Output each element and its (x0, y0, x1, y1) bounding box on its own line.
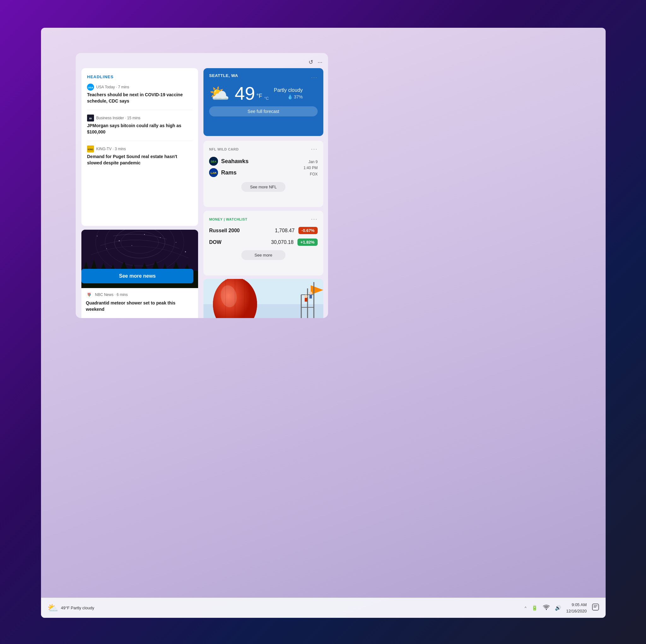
news-source-3: KING KING-TV · 3 mins (87, 146, 192, 153)
news-headline-1: Teachers should be next in COVID-19 vacc… (87, 92, 192, 104)
clock-time: 9:05 AM (566, 602, 587, 608)
divider-2 (87, 141, 192, 141)
see-full-forecast-button[interactable]: See full forecast (209, 106, 318, 116)
weather-location: SEATTLE, WA (209, 73, 238, 78)
weather-description-block: Partly cloudy 💧 37% (274, 87, 303, 99)
chevron-up-icon[interactable]: ^ (525, 606, 526, 610)
panel-controls: ↺ ··· (309, 59, 322, 66)
weather-header: SEATTLE, WA ··· (209, 73, 318, 82)
taskbar-desc: Partly cloudy (71, 606, 94, 610)
svg-rect-60 (309, 295, 312, 298)
divider-1 (87, 110, 192, 110)
stock-row-dow: DOW 30,070.18 +1.82% (209, 239, 318, 246)
weather-unit-c: °C (264, 96, 269, 101)
screen: ↺ ··· HEADLINES USA USA Today · 7 mins T… (41, 28, 606, 618)
weather-description: Partly cloudy (274, 87, 303, 93)
news-headline-3: Demand for Puget Sound real estate hasn'… (87, 154, 192, 166)
weather-humidity: 💧 37% (274, 94, 303, 99)
nfl-card: NFL WILD CARD ··· SEA Seahawks LAR (203, 141, 323, 207)
nfl-team-seahawks: SEA Seahawks (209, 157, 304, 166)
nfl-teams: SEA Seahawks LAR Rams (209, 157, 304, 180)
svg-rect-62 (305, 298, 307, 302)
red-image-card[interactable] (203, 279, 323, 318)
nfl-header: NFL WILD CARD ··· (209, 146, 318, 153)
svg-text:SEA: SEA (211, 160, 217, 163)
nfl-game-time: 1:40 PM (304, 165, 318, 171)
svg-text:USA: USA (88, 86, 93, 89)
svg-point-14 (131, 245, 132, 246)
news-item-1[interactable]: USA USA Today · 7 mins Teachers should b… (87, 84, 192, 104)
refresh-button[interactable]: ↺ (309, 59, 313, 66)
headlines-card: HEADLINES USA USA Today · 7 mins Teacher… (81, 68, 198, 226)
weather-temperature: 49 (235, 83, 255, 103)
see-more-news-button[interactable]: See more news (81, 269, 193, 283)
stock-price-dow: 30,070.18 (271, 240, 293, 245)
news-headline-2: JPMorgan says bitcoin could rally as hig… (87, 123, 192, 135)
see-more-money-button[interactable]: See more (241, 250, 286, 260)
stock-row-russell: Russell 2000 1,708.47 -0.67% (209, 227, 318, 234)
notification-icon[interactable] (592, 603, 599, 613)
nfl-game-row: SEA Seahawks LAR Rams Jan 9 1:40 PM FOX (209, 157, 318, 180)
news-item-2[interactable]: BI Business Insider · 15 mins JPMorgan s… (87, 114, 192, 135)
seahawks-name: Seahawks (221, 158, 248, 165)
money-header: MONEY | WATCHLIST ··· (209, 216, 318, 222)
rams-name: Rams (221, 169, 237, 176)
seahawks-logo: SEA (209, 157, 218, 166)
weather-main-row: ⛅ 49 °F °C Partly cloudy 💧 37% (209, 84, 318, 103)
source-name-2: Business Insider · 15 mins (96, 116, 140, 120)
source-name-1: USA Today · 7 mins (96, 85, 129, 89)
wifi-icon (543, 605, 550, 612)
nfl-team-rams: LAR Rams (209, 168, 304, 177)
source-name-3: KING-TV · 3 mins (96, 147, 126, 151)
taskbar-weather-icon: ⛅ (47, 603, 59, 613)
clock-date: 12/16/2020 (566, 608, 587, 614)
news-source-1: USA USA Today · 7 mins (87, 84, 192, 91)
taskbar-clock: 9:05 AM 12/16/2020 (566, 602, 587, 614)
volume-icon: 🔊 (555, 605, 561, 611)
usatoday-logo: USA (87, 84, 94, 91)
svg-point-59 (309, 291, 312, 295)
stock-name-dow: DOW (209, 240, 271, 245)
nfl-title: NFL WILD CARD (209, 147, 239, 151)
news-item-3[interactable]: KING KING-TV · 3 mins Demand for Puget S… (87, 146, 192, 166)
panel-more-button[interactable]: ··· (318, 59, 322, 66)
svg-text:LAR: LAR (211, 171, 217, 175)
nfl-game-info: Jan 9 1:40 PM FOX (304, 159, 318, 177)
svg-text:KING: KING (88, 148, 93, 151)
nfl-more-dots[interactable]: ··· (311, 146, 318, 153)
taskbar-tray: ^ 🔋 🔊 9:05 AM 12/16/2020 (525, 602, 599, 614)
stock-change-dow: +1.82% (298, 239, 318, 246)
taskbar-weather-info: 49°F Partly cloudy (61, 606, 94, 610)
taskbar: ⛅ 49°F Partly cloudy ^ 🔋 🔊 9:05 AM (41, 597, 606, 618)
see-more-nfl-button[interactable]: See more NFL (241, 182, 286, 192)
headlines-title: HEADLINES (87, 75, 192, 79)
nbc-source-name: NBC News · 6 mins (95, 292, 128, 297)
stock-change-russell: -0.67% (298, 227, 318, 234)
taskbar-weather[interactable]: ⛅ 49°F Partly cloudy (47, 603, 94, 613)
svg-point-61 (304, 295, 308, 298)
wifi-svg (543, 605, 550, 610)
humidity-value: 37% (294, 94, 303, 99)
businessinsider-logo: BI (87, 114, 94, 121)
widget-panel: ↺ ··· HEADLINES USA USA Today · 7 mins T… (76, 53, 328, 318)
svg-point-13 (185, 252, 186, 253)
svg-point-7 (97, 236, 97, 236)
news-source-2: BI Business Insider · 15 mins (87, 114, 192, 121)
stock-price-russell: 1,708.47 (275, 228, 295, 234)
red-image-photo (203, 279, 323, 318)
nfl-more-container: See more NFL (209, 182, 318, 192)
news-image-content: NBC NBC News · 6 mins Quadrantid meteor … (81, 288, 198, 316)
weather-unit-f: °F (256, 93, 262, 99)
nfl-game-channel: FOX (304, 171, 318, 177)
weather-temp-block: 49 °F °C (235, 84, 269, 103)
nbc-source-row: NBC NBC News · 6 mins (86, 291, 194, 298)
money-title: MONEY | WATCHLIST (209, 217, 247, 221)
red-image-svg (203, 279, 323, 318)
money-more-dots[interactable]: ··· (311, 216, 318, 222)
stock-name-russell: Russell 2000 (209, 228, 275, 234)
nbc-logo-icon: NBC (86, 291, 93, 298)
weather-more-dots[interactable]: ··· (311, 74, 318, 81)
taskbar-temp: 49°F (61, 606, 70, 610)
news-image-headline: Quadrantid meteor shower set to peak thi… (86, 300, 194, 312)
svg-text:BI: BI (89, 117, 92, 120)
